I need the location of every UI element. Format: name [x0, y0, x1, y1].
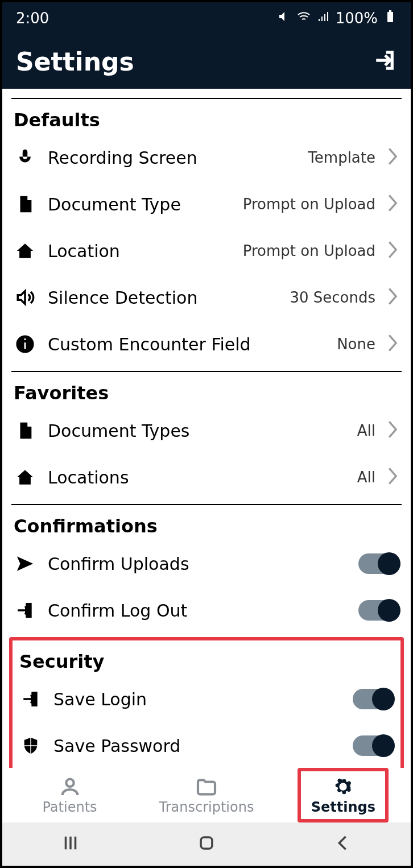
recording-screen-value: Template — [308, 149, 375, 166]
fav-locations-row[interactable]: Locations All — [2, 454, 411, 501]
silence-detection-row[interactable]: Silence Detection 30 Seconds — [2, 274, 411, 321]
tab-settings[interactable]: Settings — [298, 768, 389, 822]
volume-icon — [14, 288, 36, 307]
svg-rect-0 — [387, 12, 393, 22]
tab-patients-label: Patients — [42, 799, 97, 815]
page-title: Settings — [16, 47, 134, 76]
app-header: Settings — [2, 34, 411, 89]
security-heading: Security — [13, 640, 400, 676]
fav-doc-types-value: All — [357, 422, 375, 439]
chevron-right-icon — [387, 466, 399, 488]
recent-apps-button[interactable] — [61, 833, 80, 855]
confirm-logout-toggle[interactable] — [358, 600, 399, 621]
document-type-label: Document Type — [48, 195, 232, 214]
tab-transcriptions-label: Transcriptions — [159, 799, 254, 815]
home-icon — [14, 241, 36, 261]
logout-button[interactable] — [373, 48, 397, 75]
custom-encounter-row[interactable]: Custom Encounter Field None — [2, 321, 411, 367]
home-icon — [14, 468, 36, 487]
defaults-heading: Defaults — [2, 99, 411, 134]
chevron-right-icon — [387, 420, 399, 441]
tab-transcriptions[interactable]: Transcriptions — [159, 768, 254, 822]
document-icon — [14, 421, 36, 440]
chevron-right-icon — [387, 240, 399, 262]
svg-rect-3 — [24, 342, 26, 349]
silence-detection-label: Silence Detection — [48, 288, 278, 308]
chevron-right-icon — [387, 147, 399, 168]
confirmations-heading: Confirmations — [2, 505, 411, 540]
svg-rect-4 — [24, 338, 26, 340]
document-type-row[interactable]: Document Type Prompt on Upload — [2, 181, 411, 228]
fav-doc-types-row[interactable]: Document Types All — [2, 407, 411, 454]
silence-detection-value: 30 Seconds — [290, 289, 375, 306]
save-login-label: Save Login — [53, 689, 341, 709]
status-right: 100% — [278, 10, 397, 27]
location-label: Location — [48, 241, 232, 261]
recording-screen-row[interactable]: Recording Screen Template — [2, 134, 411, 181]
confirm-uploads-row: Confirm Uploads — [2, 540, 411, 587]
mic-icon — [14, 148, 36, 167]
confirm-uploads-label: Confirm Uploads — [48, 554, 347, 574]
status-bar: 2:00 100% — [2, 2, 411, 34]
clock: 2:00 — [16, 10, 49, 27]
confirm-logout-label: Confirm Log Out — [48, 601, 347, 621]
chevron-right-icon — [387, 193, 399, 215]
bottom-tab-bar: Patients Transcriptions Settings — [2, 768, 411, 822]
logout-icon — [14, 601, 36, 620]
location-value: Prompt on Upload — [243, 242, 375, 259]
confirm-uploads-toggle[interactable] — [358, 553, 399, 574]
home-button[interactable] — [197, 833, 216, 855]
shield-icon — [19, 736, 42, 755]
save-login-toggle[interactable] — [353, 689, 394, 709]
tab-patients[interactable]: Patients — [24, 768, 115, 822]
fav-doc-types-label: Document Types — [48, 421, 346, 441]
save-password-row: Save Password — [13, 722, 400, 769]
tab-settings-label: Settings — [311, 799, 375, 815]
chevron-right-icon — [387, 333, 399, 355]
custom-encounter-label: Custom Encounter Field — [48, 334, 325, 354]
top-divider — [11, 91, 402, 99]
document-icon — [14, 195, 36, 214]
save-login-row: Save Login — [13, 676, 400, 722]
chevron-right-icon — [387, 287, 399, 308]
security-highlight: Security Save Login Save Password — [9, 637, 404, 778]
info-icon — [14, 334, 36, 354]
svg-rect-1 — [389, 10, 391, 12]
wifi-icon — [297, 10, 311, 27]
svg-rect-6 — [201, 837, 212, 849]
save-password-label: Save Password — [53, 736, 341, 756]
fav-locations-label: Locations — [48, 468, 346, 487]
fav-locations-value: All — [357, 469, 375, 486]
mute-icon — [278, 10, 291, 27]
battery-percent: 100% — [336, 10, 378, 27]
send-icon — [14, 554, 36, 573]
svg-point-5 — [66, 779, 73, 787]
battery-icon — [383, 10, 397, 27]
confirm-logout-row: Confirm Log Out — [2, 587, 411, 634]
login-icon — [19, 689, 42, 709]
custom-encounter-value: None — [337, 336, 375, 353]
back-button[interactable] — [333, 833, 352, 855]
recording-screen-label: Recording Screen — [48, 148, 296, 168]
location-row[interactable]: Location Prompt on Upload — [2, 228, 411, 274]
signal-icon — [316, 10, 330, 27]
favorites-heading: Favorites — [2, 372, 411, 407]
save-password-toggle[interactable] — [353, 735, 394, 756]
system-nav-bar — [2, 822, 411, 866]
document-type-value: Prompt on Upload — [243, 196, 375, 213]
